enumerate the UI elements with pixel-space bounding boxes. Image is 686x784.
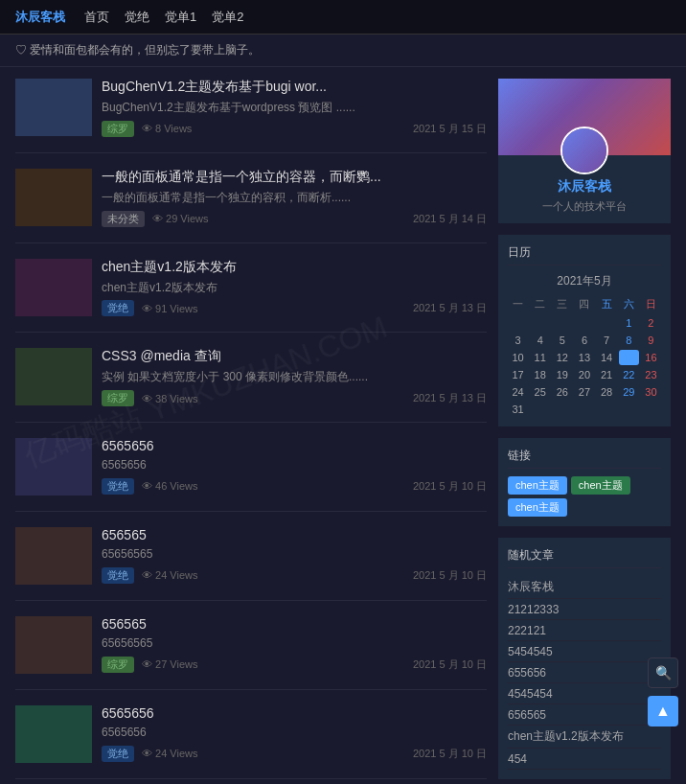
scroll-top-button[interactable]: ▲ (648, 696, 678, 726)
article-meta: 觉绝 👁 24 Views 2021 5 月 10 日 (102, 567, 487, 584)
article-item: BugChenV1.2主题发布基于bugi wor... BugChenV1.2… (15, 79, 487, 153)
profile-banner (498, 79, 671, 155)
article-body: BugChenV1.2主题发布基于bugi wor... BugChenV1.2… (102, 79, 487, 137)
article-views: 👁 46 Views (142, 480, 198, 492)
random-article-link[interactable]: 4545454 (508, 687, 553, 701)
article-title[interactable]: CSS3 @media 查询 (102, 348, 487, 365)
article-date: 2021 5 月 10 日 (413, 568, 487, 583)
random-article-link[interactable]: chen主题v1.2版本发布 (508, 729, 624, 743)
nav-site-name[interactable]: 沐辰客栈 (15, 9, 65, 26)
article-date: 2021 5 月 10 日 (413, 747, 487, 761)
cal-thu: 四 (574, 295, 594, 313)
article-tag[interactable]: 觉绝 (102, 567, 134, 584)
article-views: 👁 27 Views (142, 658, 198, 670)
random-list: 沐辰客栈212123332221215454545655656454545465… (508, 576, 661, 770)
cal-tue: 二 (530, 295, 550, 313)
random-article-link[interactable]: 454 (508, 752, 527, 766)
article-excerpt: 实例 如果文档宽度小于 300 像素则修改背景颜色...... (102, 369, 487, 385)
link-tag-2[interactable]: chen主题 (571, 476, 630, 495)
article-title[interactable]: 6565656 (102, 438, 487, 453)
random-article-link[interactable]: 222121 (508, 624, 546, 637)
article-date: 2021 5 月 10 日 (413, 657, 487, 672)
article-date: 2021 5 月 14 日 (413, 212, 487, 226)
article-thumb (15, 79, 92, 136)
random-list-item: 454 (508, 749, 661, 770)
right-sidebar: 沐辰客栈 一个人的技术平台 日历 2021年5月 一 二 三 四 五 六 日 (498, 79, 671, 784)
article-views: 👁 8 Views (142, 123, 192, 134)
nav-home[interactable]: 首页 (84, 9, 109, 26)
article-views: 👁 24 Views (142, 748, 198, 759)
cal-wed: 三 (552, 295, 572, 313)
random-list-item: 222121 (508, 620, 661, 641)
profile-desc: 一个人的技术平台 (506, 199, 663, 214)
cal-sun: 日 (641, 295, 661, 313)
links-tags: chen主题 chen主题 chen主题 (508, 476, 661, 517)
article-item: 656565 65656565 觉绝 👁 24 Views 2021 5 月 1… (15, 527, 487, 601)
article-meta: 综罗 👁 27 Views 2021 5 月 10 日 (102, 657, 487, 673)
calendar-grid: 一 二 三 四 五 六 日 1 2 3 4 5 6 7 (508, 295, 661, 417)
random-card: 随机文章 沐辰客栈2121233322212154545456556564545… (498, 538, 671, 779)
article-thumb (15, 348, 92, 405)
search-float-button[interactable]: 🔍 (648, 657, 678, 688)
link-tag-1[interactable]: chen主题 (508, 476, 567, 495)
calendar-header: 2021年5月 (508, 273, 661, 289)
article-tag[interactable]: 觉绝 (102, 300, 134, 316)
profile-name: 沐辰客栈 (506, 178, 663, 196)
nav-jue[interactable]: 觉绝 (125, 9, 149, 26)
article-tag[interactable]: 未分类 (102, 211, 145, 227)
article-body: 一般的面板通常是指一个独立的容器，而断鹦... 一般的面板通常是指一个独立的容积… (102, 169, 487, 227)
random-article-link[interactable]: 沐辰客栈 (508, 580, 554, 593)
article-title[interactable]: 656565 (102, 527, 487, 542)
article-body: 6565656 6565656 觉绝 👁 46 Views 2021 5 月 1… (102, 438, 487, 496)
cal-sat: 六 (619, 295, 639, 313)
article-thumb (15, 169, 92, 226)
article-body: 656565 65656565 觉绝 👁 24 Views 2021 5 月 1… (102, 527, 487, 585)
article-views: 👁 91 Views (142, 303, 198, 314)
link-tag-3[interactable]: chen主题 (508, 498, 567, 517)
article-tag[interactable]: 觉绝 (102, 746, 134, 762)
article-tag[interactable]: 综罗 (102, 390, 134, 406)
article-tag[interactable]: 综罗 (102, 121, 134, 137)
article-date: 2021 5 月 10 日 (413, 479, 487, 494)
random-article-link[interactable]: 21212333 (508, 603, 559, 616)
article-views: 👁 24 Views (142, 569, 198, 581)
article-item: 6565656 6565656 觉绝 👁 24 Views 2021 5 月 1… (15, 705, 487, 779)
article-title[interactable]: 一般的面板通常是指一个独立的容器，而断鹦... (102, 169, 487, 186)
article-body: chen主题v1.2版本发布 chen主题v1.2版本发布 觉绝 👁 91 Vi… (102, 259, 487, 317)
random-list-item: 655656 (508, 662, 661, 683)
random-article-link[interactable]: 655656 (508, 666, 546, 680)
article-date: 2021 5 月 15 日 (413, 122, 487, 136)
article-tag[interactable]: 觉绝 (102, 478, 134, 495)
article-title[interactable]: 6565656 (102, 705, 487, 721)
article-item: 6565656 6565656 觉绝 👁 46 Views 2021 5 月 1… (15, 438, 487, 512)
calendar-title: 日历 (508, 244, 661, 265)
random-article-link[interactable]: 656565 (508, 708, 546, 722)
article-tag[interactable]: 综罗 (102, 657, 134, 673)
random-list-item: 21212333 (508, 599, 661, 620)
cal-fri: 五 (597, 295, 617, 313)
random-list-item: 沐辰客栈 (508, 576, 661, 599)
main-container: BugChenV1.2主题发布基于bugi wor... BugChenV1.2… (0, 67, 686, 784)
nav-dan1[interactable]: 觉单1 (165, 9, 196, 26)
article-item: CSS3 @media 查询 实例 如果文档宽度小于 300 像素则修改背景颜色… (15, 348, 487, 423)
cal-mon: 一 (508, 295, 528, 313)
article-meta: 综罗 👁 38 Views 2021 5 月 13 日 (102, 390, 487, 406)
article-excerpt: chen主题v1.2版本发布 (102, 280, 487, 296)
article-excerpt: 6565656 (102, 725, 487, 741)
nav-dan2[interactable]: 觉单2 (212, 9, 243, 26)
article-meta: 未分类 👁 29 Views 2021 5 月 14 日 (102, 211, 487, 227)
random-list-item: 5454545 (508, 641, 661, 662)
article-item: chen主题v1.2版本发布 chen主题v1.2版本发布 觉绝 👁 91 Vi… (15, 259, 487, 334)
article-thumb (15, 259, 92, 316)
article-title[interactable]: BugChenV1.2主题发布基于bugi wor... (102, 79, 487, 96)
article-thumb (15, 527, 92, 585)
article-title[interactable]: chen主题v1.2版本发布 (102, 259, 487, 276)
avatar-image (562, 128, 606, 173)
random-article-link[interactable]: 5454545 (508, 645, 553, 658)
article-title[interactable]: 656565 (102, 616, 487, 632)
article-body: 656565 65656565 综罗 👁 27 Views 2021 5 月 1… (102, 616, 487, 674)
article-thumb (15, 616, 92, 674)
article-date: 2021 5 月 13 日 (413, 391, 487, 405)
article-date: 2021 5 月 13 日 (413, 301, 487, 315)
article-excerpt: 65656565 (102, 635, 487, 652)
